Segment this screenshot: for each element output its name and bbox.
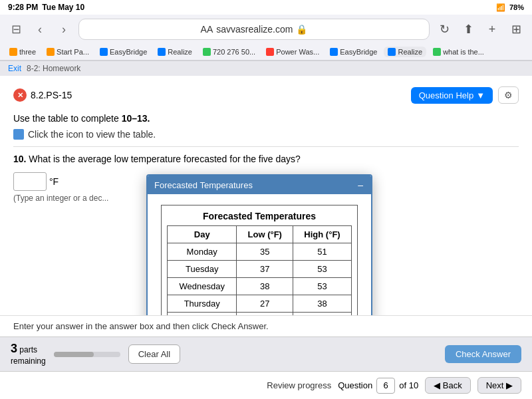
forward-button[interactable]: › bbox=[55, 20, 73, 39]
share-button[interactable]: ⬆ bbox=[459, 20, 477, 39]
address-bar[interactable]: AA savvasrealize.com 🔒 bbox=[78, 19, 430, 40]
question-number: 10. bbox=[13, 154, 26, 164]
question-id-text: 8.2.PS-15 bbox=[31, 90, 72, 100]
cell-high: 53 bbox=[293, 261, 352, 278]
bookmarks-bar: three Start Pa... EasyBridge Realize 720… bbox=[0, 44, 532, 61]
tabs-button[interactable]: ⊞ bbox=[507, 20, 525, 39]
bookmark-icon-realize2 bbox=[388, 48, 396, 56]
bookmark-label-720: 720 276 50... bbox=[213, 48, 255, 56]
footer-nav: Review progress Question 6 of 10 ◀ Back … bbox=[0, 371, 532, 399]
view-table-text: Click the icon to view the table. bbox=[28, 129, 156, 140]
modal-body: Forecasted Temperatures Day Low (°F) Hig… bbox=[148, 194, 371, 315]
question-help-label: Question Help bbox=[419, 90, 473, 100]
cell-low: 27 bbox=[237, 295, 293, 313]
question-nav: Question 6 of 10 bbox=[338, 378, 418, 394]
question-help-button[interactable]: Question Help ▼ bbox=[411, 87, 493, 104]
wifi-icon: 📶 bbox=[496, 3, 505, 12]
cell-low: 37 bbox=[237, 261, 293, 278]
bookmark-startpa[interactable]: Start Pa... bbox=[43, 47, 93, 57]
table-row: Friday2331 bbox=[168, 313, 352, 316]
settings-button[interactable]: ⚙ bbox=[498, 86, 519, 104]
clear-all-button[interactable]: Clear All bbox=[128, 344, 180, 364]
bookmark-easybridge1[interactable]: EasyBridge bbox=[96, 47, 151, 57]
modal-title: Forecasted Temperatures bbox=[154, 180, 253, 190]
table-icon[interactable] bbox=[13, 129, 24, 140]
parts-remaining: 3 parts remaining bbox=[11, 341, 46, 367]
check-answer-button[interactable]: Check Answer bbox=[445, 345, 521, 363]
page-wrapper: 9:28 PM Tue May 10 📶 78% ⊟ ‹ › AA savvas… bbox=[0, 0, 532, 399]
review-progress-button[interactable]: Review progress bbox=[267, 380, 331, 390]
modal-close-icon: – bbox=[358, 180, 363, 190]
question-header: ✕ 8.2.PS-15 Question Help ▼ ⚙ bbox=[13, 86, 519, 104]
status-bar: 9:28 PM Tue May 10 📶 78% bbox=[0, 0, 532, 15]
question-id-row: ✕ 8.2.PS-15 bbox=[13, 88, 72, 102]
cell-high: 38 bbox=[293, 295, 352, 313]
back-icon: ‹ bbox=[38, 23, 42, 37]
sidebar-toggle-button[interactable]: ⊟ bbox=[7, 20, 25, 39]
browser-chrome: ⊟ ‹ › AA savvasrealize.com 🔒 ↻ ⬆ + ⊞ thr… bbox=[0, 15, 532, 61]
parts-num: 3 bbox=[11, 342, 17, 355]
bookmark-realize2[interactable]: Realize bbox=[384, 47, 426, 57]
col-low: Low (°F) bbox=[237, 226, 293, 243]
bookmark-powerwas[interactable]: Power Was... bbox=[262, 47, 323, 57]
modal-close-button[interactable]: – bbox=[356, 180, 364, 190]
table-row: Monday3551 bbox=[168, 243, 352, 261]
degree-f-label: °F bbox=[49, 176, 59, 187]
bookmark-three[interactable]: three bbox=[5, 47, 40, 57]
progress-bar-fill bbox=[54, 352, 94, 357]
exit-link[interactable]: Exit bbox=[8, 64, 21, 73]
temp-table: Forecasted Temperatures Day Low (°F) Hig… bbox=[167, 211, 352, 315]
instruction-text: Use the table to complete 10–13. bbox=[13, 113, 519, 124]
breadcrumb-bar: Exit 8-2: Homework bbox=[0, 61, 532, 76]
lock-icon: 🔒 bbox=[296, 24, 307, 35]
back-nav-button[interactable]: ◀ Back bbox=[425, 377, 471, 394]
table-row: Thursday2738 bbox=[168, 295, 352, 313]
modal-titlebar: Forecasted Temperatures – bbox=[148, 176, 371, 194]
content-area: ✕ 8.2.PS-15 Question Help ▼ ⚙ Use the ta… bbox=[0, 76, 532, 315]
bookmark-720[interactable]: 720 276 50... bbox=[199, 47, 259, 57]
cell-low: 38 bbox=[237, 278, 293, 295]
bookmark-label-easybridge1: EasyBridge bbox=[110, 48, 147, 56]
date: Tue May 10 bbox=[42, 3, 84, 12]
bookmark-realize1[interactable]: Realize bbox=[154, 47, 196, 57]
bookmark-whatis[interactable]: what is the... bbox=[429, 47, 488, 57]
cell-day: Tuesday bbox=[168, 261, 237, 278]
cell-high: 51 bbox=[293, 243, 352, 261]
question-body: What is the average low temperature fore… bbox=[29, 154, 301, 164]
table-caption: Forecasted Temperatures bbox=[167, 211, 352, 225]
back-button[interactable]: ‹ bbox=[31, 20, 49, 39]
bookmark-label-startpa: Start Pa... bbox=[57, 48, 89, 56]
url-text: savvasrealize.com bbox=[216, 24, 293, 35]
remaining-label: remaining bbox=[11, 356, 46, 366]
time: 9:28 PM bbox=[8, 3, 38, 12]
question-number-box: 6 bbox=[376, 378, 395, 394]
answer-input[interactable] bbox=[13, 172, 47, 191]
table-row: Wednesday3853 bbox=[168, 278, 352, 295]
cell-low: 23 bbox=[237, 313, 293, 316]
browser-toolbar: ⊟ ‹ › AA savvasrealize.com 🔒 ↻ ⬆ + ⊞ bbox=[0, 15, 532, 44]
battery: 78% bbox=[509, 3, 524, 11]
cell-day: Monday bbox=[168, 243, 237, 261]
col-day: Day bbox=[168, 226, 237, 243]
cell-high: 31 bbox=[293, 313, 352, 316]
divider bbox=[13, 146, 519, 147]
bookmark-icon-easybridge2 bbox=[330, 48, 338, 56]
forecasted-temperatures-modal[interactable]: Forecasted Temperatures – Forecasted Tem… bbox=[146, 174, 372, 315]
bottom-bar: 3 parts remaining Clear All Check Answer bbox=[0, 336, 532, 371]
bookmark-easybridge2[interactable]: EasyBridge bbox=[326, 47, 381, 57]
bookmark-icon-whatis bbox=[433, 48, 441, 56]
cell-day: Thursday bbox=[168, 295, 237, 313]
bookmark-label-easybridge2: EasyBridge bbox=[340, 48, 377, 56]
bookmark-icon-powerwas bbox=[266, 48, 274, 56]
cell-low: 35 bbox=[237, 243, 293, 261]
help-dropdown-icon: ▼ bbox=[476, 90, 485, 100]
bookmark-label-powerwas: Power Was... bbox=[276, 48, 319, 56]
progress-bar bbox=[54, 352, 120, 357]
of-label: of 10 bbox=[399, 380, 418, 390]
bookmark-icon-easybridge1 bbox=[100, 48, 108, 56]
reload-button[interactable]: ↻ bbox=[435, 20, 454, 39]
bookmark-label-realize2: Realize bbox=[398, 48, 422, 56]
next-nav-button[interactable]: Next ▶ bbox=[477, 377, 521, 394]
temp-table-outer: Forecasted Temperatures Day Low (°F) Hig… bbox=[161, 205, 358, 315]
add-tab-button[interactable]: + bbox=[483, 20, 501, 39]
